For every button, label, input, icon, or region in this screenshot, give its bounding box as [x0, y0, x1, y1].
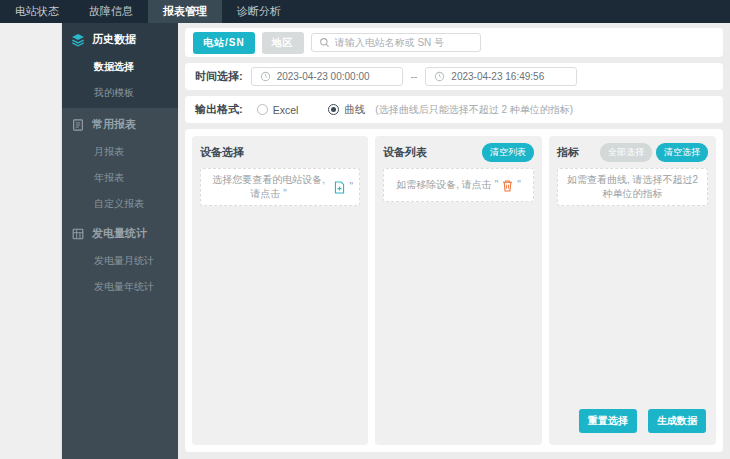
indicators-title: 指标	[557, 145, 579, 160]
sidebar-item-monthly-report[interactable]: 月报表	[62, 139, 178, 165]
tab-station-sn[interactable]: 电站/SN	[193, 32, 255, 54]
end-datetime-input[interactable]: 2023-04-23 16:49:56	[425, 67, 577, 86]
hint-text: 如需移除设备, 请点击 "	[396, 178, 498, 192]
sidebar-group-generation-stats: 发电量统计 发电量月统计 发电量年统计	[62, 217, 178, 300]
left-rail	[0, 23, 62, 459]
bottom-actions: 重置选择 生成数据	[579, 409, 706, 433]
sidebar: 历史数据 数据选择 我的模板 常用报表 月报表 年报表 自定义报表 发电量统计 …	[62, 23, 178, 459]
device-list-panel: 设备列表 清空列表 如需移除设备, 请点击 " "	[375, 136, 542, 445]
sidebar-header-label: 历史数据	[92, 32, 136, 47]
sidebar-header-label: 发电量统计	[92, 226, 147, 241]
format-label: 输出格式:	[195, 102, 243, 117]
sidebar-item-data-selection[interactable]: 数据选择	[62, 54, 178, 80]
clock-icon	[260, 71, 271, 82]
search-card: 电站/SN 地区	[185, 28, 723, 57]
reset-selection-button[interactable]: 重置选择	[579, 409, 637, 433]
end-datetime-value: 2023-04-23 16:49:56	[451, 71, 544, 82]
search-icon	[319, 37, 330, 48]
start-datetime-input[interactable]: 2023-04-23 00:00:00	[251, 67, 403, 86]
grid-icon	[71, 227, 85, 241]
hint-text: 选择您要查看的电站设备, 请点击 "	[207, 173, 330, 201]
indicators-header: 指标 全部选择 清空选择	[557, 144, 708, 160]
sidebar-header-history-data[interactable]: 历史数据	[62, 23, 178, 54]
indicators-hint: 如需查看曲线, 请选择不超过2种单位的指标	[557, 168, 708, 206]
select-all-button[interactable]: 全部选择	[600, 143, 652, 162]
file-add-icon	[333, 181, 346, 194]
clock-icon	[434, 71, 445, 82]
search-box[interactable]	[311, 33, 481, 52]
sidebar-header-generation-stats[interactable]: 发电量统计	[62, 217, 178, 248]
hint-text: "	[349, 180, 353, 194]
clear-selection-button[interactable]: 清空选择	[656, 143, 708, 162]
hint-text: 如需查看曲线, 请选择不超过2种单位的指标	[564, 173, 701, 201]
sidebar-header-label: 常用报表	[92, 117, 136, 132]
format-note: (选择曲线后只能选择不超过 2 种单位的指标)	[375, 103, 573, 117]
start-datetime-value: 2023-04-23 00:00:00	[277, 71, 370, 82]
sidebar-item-my-templates[interactable]: 我的模板	[62, 80, 178, 106]
search-input[interactable]	[335, 37, 473, 48]
nav-item-station-status[interactable]: 电站状态	[0, 0, 74, 23]
radio-icon-excel	[257, 104, 268, 115]
main-content: 电站/SN 地区 时间选择: 2023-04-23 00:00:00 -- 20…	[178, 23, 730, 459]
sidebar-group-history-data: 历史数据 数据选择 我的模板	[62, 23, 178, 108]
hint-text: "	[517, 178, 521, 192]
device-select-title: 设备选择	[200, 145, 244, 160]
radio-label-curve: 曲线	[344, 103, 365, 117]
radio-label-excel: Excel	[273, 104, 299, 116]
report-icon	[71, 118, 85, 132]
format-card: 输出格式: Excel 曲线 (选择曲线后只能选择不超过 2 种单位的指标)	[185, 96, 723, 123]
device-list-hint: 如需移除设备, 请点击 " "	[383, 168, 534, 202]
sidebar-item-custom-report[interactable]: 自定义报表	[62, 191, 178, 217]
device-list-header: 设备列表 清空列表	[383, 144, 534, 160]
device-list-title: 设备列表	[383, 145, 427, 160]
layers-icon	[71, 33, 85, 47]
nav-item-report-management[interactable]: 报表管理	[148, 0, 222, 23]
radio-option-curve[interactable]: 曲线	[328, 103, 365, 117]
time-label: 时间选择:	[195, 69, 243, 84]
datetime-separator: --	[411, 71, 418, 82]
sidebar-item-monthly-generation-stats[interactable]: 发电量月统计	[62, 248, 178, 274]
radio-icon-curve	[328, 104, 339, 115]
trash-icon	[501, 179, 514, 192]
sidebar-group-common-reports: 常用报表 月报表 年报表 自定义报表	[62, 108, 178, 217]
nav-item-diagnostic-analysis[interactable]: 诊断分析	[222, 0, 296, 23]
sidebar-item-annual-generation-stats[interactable]: 发电量年统计	[62, 274, 178, 300]
device-select-panel: 设备选择 选择您要查看的电站设备, 请点击 " "	[192, 136, 368, 445]
indicators-panel: 指标 全部选择 清空选择 如需查看曲线, 请选择不超过2种单位的指标 重置选择 …	[549, 136, 716, 445]
radio-option-excel[interactable]: Excel	[257, 104, 299, 116]
tab-region[interactable]: 地区	[262, 32, 304, 54]
generate-data-button[interactable]: 生成数据	[648, 409, 706, 433]
nav-item-fault-info[interactable]: 故障信息	[74, 0, 148, 23]
panels-card: 设备选择 选择您要查看的电站设备, 请点击 " " 设备列表 清空列表 如需移除…	[185, 129, 723, 452]
top-nav: 电站状态 故障信息 报表管理 诊断分析	[0, 0, 730, 23]
time-card: 时间选择: 2023-04-23 00:00:00 -- 2023-04-23 …	[185, 63, 723, 90]
sidebar-item-annual-report[interactable]: 年报表	[62, 165, 178, 191]
device-select-header: 设备选择	[200, 144, 360, 160]
sidebar-header-common-reports[interactable]: 常用报表	[62, 108, 178, 139]
clear-list-button[interactable]: 清空列表	[482, 143, 534, 162]
device-select-hint: 选择您要查看的电站设备, 请点击 " "	[200, 168, 360, 206]
